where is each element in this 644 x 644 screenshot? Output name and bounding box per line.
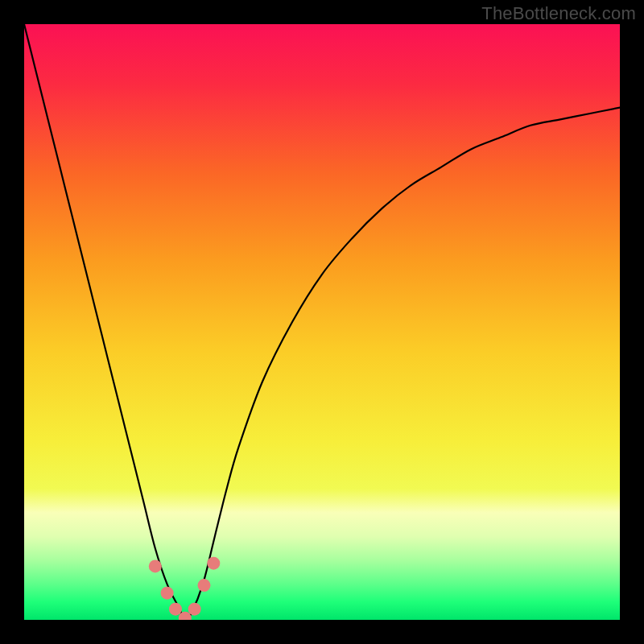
- highlight-dot: [197, 579, 210, 592]
- chart-area: [24, 24, 620, 620]
- highlight-dot: [169, 603, 182, 616]
- highlight-dot: [149, 559, 162, 572]
- watermark-text: TheBottleneck.com: [481, 3, 636, 24]
- highlight-dot: [161, 587, 174, 600]
- highlight-dot: [207, 557, 220, 570]
- highlight-dots: [24, 24, 620, 620]
- highlight-dot: [188, 603, 201, 616]
